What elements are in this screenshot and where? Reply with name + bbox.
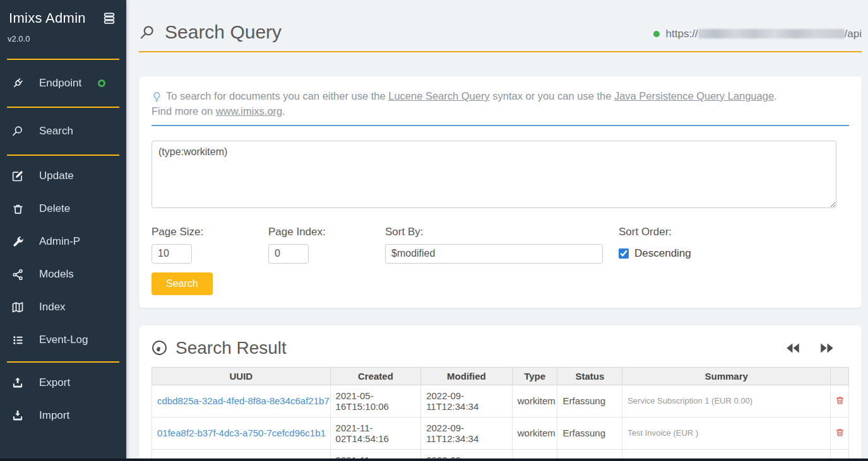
export-tray-icon [10,376,25,389]
sidebar-item-models[interactable]: Models [0,258,126,291]
sidebar-item-label: Models [39,268,74,281]
query-panel: To search for documents you can either u… [139,76,862,308]
sidebar-item-import[interactable]: Import [0,399,126,432]
lightbulb-icon [152,91,162,102]
map-icon [10,301,25,313]
divider [152,125,849,126]
results-table: UUID Created Modified Type Status Summar… [152,367,849,461]
summary-cell: Test Invoice (EUR ) [622,417,831,449]
sidebar-item-label: Index [39,301,66,313]
column-header-created: Created [330,367,421,385]
trash-icon [10,203,25,215]
column-header-summary: Summary [622,367,831,385]
lucene-query-link[interactable]: Lucene Search Query [388,90,490,102]
green-dot-icon [653,31,660,37]
query-input[interactable]: (type:workitem) [152,141,836,208]
summary-cell: Service Subscription 1 (EUR 0.00) [622,385,831,417]
descending-label: Descending [634,247,691,260]
created-cell: 2021-05-16T15:10:06 [330,385,421,417]
delete-row-button[interactable] [835,395,845,405]
endpoint-url: https:///api [653,28,862,43]
jpql-link[interactable]: Java Persistence Query Language [614,90,774,102]
sidebar-item-label: Import [39,409,69,422]
page-size-input[interactable] [152,244,192,264]
endpoint-url-text: https:///api [666,28,862,40]
share-nodes-icon [10,269,25,281]
sort-by-label: Sort By: [385,226,619,238]
endpoint-status-icon [98,79,105,87]
sidebar-item-label: Update [39,170,74,182]
page-header: Search Query https:///api [139,13,862,52]
page-index-input[interactable] [268,244,309,264]
sidebar-item-update[interactable]: Update [0,160,126,192]
column-header-actions [831,367,849,385]
results-panel: Search Result UUID Created [139,325,862,461]
sidebar-item-delete[interactable]: Delete [0,192,126,225]
edit-icon [10,170,25,182]
column-header-type: Type [512,367,557,385]
page-index-label: Page Index: [268,226,385,238]
modified-cell: 2022-09-11T12:34:34 [421,417,513,449]
status-cell: Erfassung [557,385,622,417]
search-icon [10,125,25,137]
status-cell: Erfassung [557,417,622,449]
delete-row-button[interactable] [835,428,845,437]
uuid-link[interactable]: 01fea8f2-b37f-4dc3-a750-7cefcd96c1b1 [157,428,326,438]
table-row: cdbd825a-32ad-4fed-8f8a-8e34c6af21b7 202… [152,385,849,417]
sidebar-item-export[interactable]: Export [0,366,126,399]
search-button[interactable]: Search [152,272,213,295]
sidebar-item-search[interactable]: Search [0,115,126,148]
column-header-status: Status [557,367,622,385]
query-options: Page Size: Page Index: Sort By: Sort Ord… [152,226,849,264]
app-title: Imixs Admin [9,10,86,26]
sidebar-item-label: Endpoint [39,77,81,90]
descending-checkbox[interactable] [619,248,629,259]
sidebar-item-endpoint[interactable]: Endpoint [0,67,126,100]
column-header-uuid: UUID [152,367,331,385]
results-title: Search Result [175,338,287,358]
sidebar-item-admin-p[interactable]: Admin-P [0,225,126,258]
table-row: 01fea8f2-b37f-4dc3-a750-7cefcd96c1b1 202… [152,417,849,449]
endpoint-host-redacted [698,29,845,38]
fast-forward-icon[interactable] [819,340,835,356]
sidebar-item-label: Search [39,125,73,137]
sidebar-item-event-log[interactable]: Event-Log [0,324,126,356]
pager [785,340,835,356]
app-version: v2.0.0 [0,26,126,44]
sidebar-item-label: Export [39,376,70,389]
wrench-icon [10,236,25,248]
tip-text: To search for documents you can either u… [152,89,849,119]
sidebar-item-label: Admin-P [39,235,80,248]
sidebar: Imixs Admin v2.0.0 Endpoint [0,0,126,461]
hand-circle-icon [152,340,167,356]
uuid-link[interactable]: cdbd825a-32ad-4fed-8f8a-8e34c6af21b7 [157,395,330,406]
imixs-org-link[interactable]: www.imixs.org [216,105,282,117]
plug-icon [10,77,25,90]
created-cell: 2021-11-02T14:54:16 [330,417,421,449]
sidebar-item-label: Delete [39,202,70,215]
search-icon [139,24,156,41]
bottom-edge-bar [0,458,868,461]
page-size-label: Page Size: [152,226,268,238]
list-icon [10,334,25,346]
sidebar-item-index[interactable]: Index [0,291,126,324]
modified-cell: 2022-09-11T12:34:34 [421,385,513,417]
type-cell: workitem [512,385,557,417]
stack-icon[interactable] [102,11,116,25]
type-cell: workitem [512,417,557,449]
sidebar-item-label: Event-Log [39,334,88,346]
page-title: Search Query [165,21,282,43]
column-header-modified: Modified [421,367,513,385]
main-content: Search Query https:///api To search for … [126,0,868,461]
import-tray-icon [10,409,25,422]
sort-by-input[interactable] [385,244,603,264]
sort-order-label: Sort Order: [619,226,691,238]
fast-backward-icon[interactable] [785,340,801,356]
